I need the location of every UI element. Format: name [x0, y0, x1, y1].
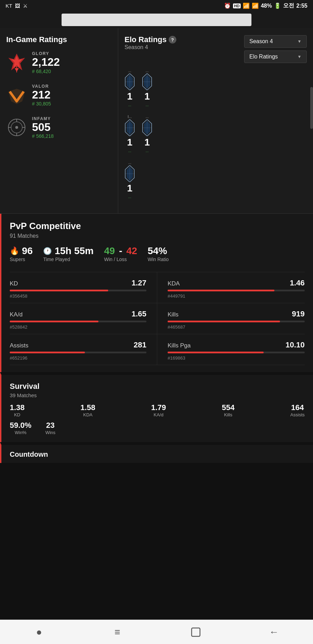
scrollbar-indicator[interactable]: [310, 87, 313, 129]
stat-bar-bg: [168, 290, 305, 291]
nav-back-button[interactable]: ←: [264, 625, 284, 640]
stat-bar-fill: [168, 321, 280, 322]
glory-rating-item: GLORY 2,122 # 68,420: [6, 51, 112, 74]
battery-pct: 48%: [261, 3, 272, 9]
glory-rank: # 68,420: [32, 69, 60, 74]
infamy-rating-item: INFAMY 505 # 566,218: [6, 116, 112, 139]
stat-value: 1.46: [290, 278, 305, 288]
infamy-icon: [6, 117, 27, 138]
elo-entry-2-1: I... 1 ...: [125, 115, 135, 153]
surv-label2: Win%: [15, 430, 26, 435]
search-bar[interactable]: [62, 14, 251, 26]
stat-bar-fill: [168, 290, 274, 291]
carrier: KT: [6, 3, 12, 9]
surv-value: 1.79: [151, 403, 166, 412]
surv-stat-assists: 164 Assists: [290, 403, 305, 417]
stat-name: Kills: [168, 311, 178, 318]
stat-header: KD 1.27: [10, 278, 146, 288]
surv-value: 1.58: [80, 403, 95, 412]
win-loss-item: 49 - 42 Win / Loss: [104, 245, 137, 262]
stat-block-kd: KD 1.27 #356458: [10, 272, 157, 303]
mode-dropdown-arrow: ▼: [297, 54, 302, 59]
surv-label: KDA: [83, 412, 93, 417]
elo-dropdowns: Season 4 ▼ Elo Ratings ▼: [244, 35, 307, 63]
nav-square-button[interactable]: [185, 625, 206, 640]
supers-value: 🔥 96: [10, 245, 33, 257]
supers-item: 🔥 96 Supers: [10, 245, 33, 262]
stat-rank: #465687: [168, 324, 305, 330]
nav-dot-button[interactable]: ●: [29, 625, 50, 640]
stat-rank: #356458: [10, 293, 146, 299]
status-right: ⏰ HD 📶 📶 48% 🔋 오전 2:55: [224, 2, 307, 9]
stat-rank: #528842: [10, 324, 146, 330]
surv-stat2-win%: 59.0% Win%: [10, 421, 31, 435]
infamy-info: INFAMY 505 # 566,218: [32, 116, 54, 139]
stat-rank: #449791: [168, 293, 305, 299]
glory-label: GLORY: [32, 51, 60, 56]
win-loss-label: Win / Loss: [104, 257, 127, 262]
stat-value: 281: [134, 340, 146, 350]
clock-icon: 🕐: [43, 247, 52, 255]
svg-point-7: [15, 126, 18, 129]
stat-name: KDA: [168, 280, 180, 287]
stat-block-kills: Kills 919 #465687: [157, 303, 305, 334]
stat-bar-bg: [10, 290, 146, 291]
stat-bar-fill: [10, 290, 108, 291]
stat-value: 1.65: [131, 309, 146, 319]
stat-name: Assists: [10, 342, 29, 349]
elo-row-1: ... 1 ... ...: [125, 69, 307, 107]
season-dropdown-arrow: ▼: [297, 39, 302, 44]
stat-name: KD: [10, 280, 18, 287]
stat-header: KA/d 1.65: [10, 309, 146, 319]
stat-bar-bg: [168, 352, 305, 353]
mode-dropdown[interactable]: Elo Ratings ▼: [244, 50, 307, 63]
glory-icon: [6, 52, 27, 73]
elo-title-area: Elo Ratings ? Season 4: [125, 35, 176, 50]
time-played-label: Time Played: [43, 257, 70, 262]
elo-rows: ... 1 ... ...: [125, 69, 307, 199]
stat-name: Kills Pga: [168, 342, 191, 349]
surv-stat2-wins: 23 Wins: [45, 421, 55, 435]
help-icon[interactable]: ?: [169, 36, 176, 44]
stat-value: 10.10: [286, 340, 305, 350]
infamy-rank: # 566,218: [32, 133, 54, 139]
surv-label2: Wins: [45, 430, 55, 435]
infamy-label: INFAMY: [32, 116, 54, 121]
ingame-ratings-panel: In-Game Ratings GLORY 2,122 # 68,420: [0, 28, 118, 213]
top-section: In-Game Ratings GLORY 2,122 # 68,420: [0, 28, 313, 214]
valor-label: VALOR: [32, 84, 51, 89]
surv-stat-kda: 1.58 KDA: [80, 403, 95, 417]
clock: 2:55: [296, 3, 307, 9]
surv-label: KA/d: [154, 412, 163, 417]
surv-label: Kills: [224, 412, 232, 417]
survival-matches: 39 Matches: [10, 392, 305, 398]
valor-value: 212: [32, 89, 51, 101]
elo-ratings-title: Elo Ratings ?: [125, 35, 176, 44]
stats-grid: KD 1.27 #356458 KDA 1.46 #449791 KA/d 1.…: [10, 272, 305, 365]
survival-row2: 59.0% Win% 23 Wins: [10, 421, 305, 435]
stat-rank: #169863: [168, 355, 305, 361]
stat-header: Kills Pga 10.10: [168, 340, 305, 350]
surv-label: Assists: [290, 412, 305, 417]
win-ratio-item: 54% Win Ratio: [147, 245, 169, 262]
countdown-section: Countdown: [0, 442, 313, 463]
supers-label: Supers: [10, 257, 25, 262]
elo-entry-3-1: ... 1 ...: [125, 160, 135, 199]
surv-label: KD: [14, 412, 20, 417]
surv-stat-kd: 1.38 KD: [10, 403, 25, 417]
nav-menu-button[interactable]: ≡: [107, 625, 128, 640]
pvp-title: PvP Competitive: [10, 221, 305, 231]
stat-header: Kills 919: [168, 309, 305, 319]
valor-icon: [6, 85, 27, 105]
season-dropdown[interactable]: Season 4 ▼: [244, 35, 307, 48]
search-bar-area: [0, 11, 313, 28]
pvp-matches: 91 Matches: [10, 233, 305, 239]
surv-value2: 59.0%: [10, 421, 31, 430]
photo-icon: 🖼: [15, 3, 20, 9]
stat-bar-bg: [168, 321, 305, 322]
elo-entry-1-1: ... 1 ...: [125, 69, 135, 107]
stat-header: KDA 1.46: [168, 278, 305, 288]
glory-info: GLORY 2,122 # 68,420: [32, 51, 60, 74]
stat-name: KA/d: [10, 311, 23, 318]
stat-bar-fill: [168, 352, 264, 353]
